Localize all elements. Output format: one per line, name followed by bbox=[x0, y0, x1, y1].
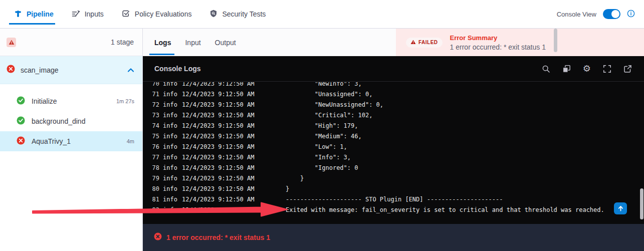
security-shield-icon bbox=[209, 10, 218, 19]
log-level: info bbox=[163, 173, 178, 184]
tab-policy-evaluations[interactable]: Policy Evaluations bbox=[122, 0, 192, 28]
step-duration: 4m bbox=[127, 138, 134, 144]
log-timestamp: 12/4/2023 9:12:50 AM bbox=[182, 131, 255, 142]
step-list: Initialize1m 27sbackground_dindAquaTrivy… bbox=[0, 84, 142, 151]
copy-icon[interactable] bbox=[562, 65, 571, 73]
log-line-number: 78 bbox=[150, 163, 159, 173]
chevron-up-icon[interactable] bbox=[127, 68, 134, 73]
log-line: 71info12/4/2023 9:12:50 AM "Unassigned":… bbox=[143, 89, 644, 100]
log-timestamp: 12/4/2023 9:12:50 AM bbox=[182, 184, 255, 194]
step-status-success-icon bbox=[17, 116, 25, 126]
console-toolbar: ⚙ bbox=[542, 65, 632, 73]
log-line-number: 77 bbox=[150, 152, 159, 163]
console-scrollbar-thumb[interactable] bbox=[640, 188, 643, 219]
log-level: info bbox=[163, 142, 178, 152]
log-line: 77info12/4/2023 9:12:50 AM "Info": 3, bbox=[143, 152, 644, 163]
log-timestamp: 12/4/2023 9:12:50 AM bbox=[182, 205, 255, 215]
log-timestamp: 12/4/2023 9:12:50 AM bbox=[182, 142, 255, 152]
search-icon[interactable] bbox=[542, 65, 550, 73]
tab-security-tests-label: Security Tests bbox=[222, 10, 266, 18]
step-name: background_dind bbox=[32, 117, 85, 125]
log-message: "Medium": 46, bbox=[286, 131, 362, 142]
log-level: info bbox=[163, 194, 178, 205]
tab-inputs[interactable]: Inputs bbox=[72, 0, 104, 28]
log-line-number: 81 bbox=[150, 194, 159, 205]
log-line-number: 74 bbox=[150, 121, 159, 131]
tab-security-tests[interactable]: Security Tests bbox=[209, 0, 266, 28]
console-log-lines[interactable]: 70info12/4/2023 9:12:50 AM "NewInfo": 3,… bbox=[143, 82, 644, 224]
console-view-toggle[interactable] bbox=[603, 9, 620, 19]
fullscreen-expand-icon[interactable] bbox=[603, 65, 611, 73]
log-level: info bbox=[163, 110, 178, 121]
log-timestamp: 12/4/2023 9:12:50 AM bbox=[182, 152, 255, 163]
console-title: Console Logs bbox=[154, 65, 201, 73]
log-message: "Info": 3, bbox=[286, 152, 351, 163]
policy-check-icon bbox=[122, 10, 130, 19]
log-line: 79info12/4/2023 9:12:50 AM } bbox=[143, 173, 644, 184]
log-message: "Unassigned": 0, bbox=[286, 89, 372, 100]
log-timestamp: 12/4/2023 9:12:50 AM bbox=[182, 82, 255, 89]
info-icon[interactable] bbox=[627, 10, 635, 19]
log-level: info bbox=[163, 152, 178, 163]
log-line: 76info12/4/2023 9:12:50 AM "Low": 1, bbox=[143, 142, 644, 152]
inputs-icon bbox=[72, 10, 80, 19]
step-duration: 1m 27s bbox=[116, 98, 134, 104]
stage-name: scan_image bbox=[21, 66, 59, 74]
error-summary-message: 1 error occurred: * exit status 1 bbox=[450, 43, 546, 51]
tab-input[interactable]: Input bbox=[185, 29, 200, 56]
log-timestamp: 12/4/2023 9:12:50 AM bbox=[182, 163, 255, 173]
log-message: "Low": 1, bbox=[286, 142, 347, 152]
log-line-number: 75 bbox=[150, 131, 159, 142]
stage-failed-icon bbox=[7, 65, 15, 75]
log-timestamp: 12/4/2023 9:12:50 AM bbox=[182, 110, 255, 121]
console-view-label: Console View bbox=[557, 11, 596, 18]
tab-logs[interactable]: Logs bbox=[154, 29, 171, 56]
log-level: info bbox=[163, 121, 178, 131]
tab-pipeline[interactable]: Pipeline bbox=[14, 0, 54, 28]
failed-warning-icon bbox=[410, 40, 416, 46]
sidebar-step-Initialize[interactable]: Initialize1m 27s bbox=[0, 91, 142, 111]
log-level: info bbox=[163, 89, 178, 100]
sidebar-step-AquaTrivy_1[interactable]: AquaTrivy_14m bbox=[0, 131, 142, 151]
log-line-number: 70 bbox=[150, 82, 159, 89]
log-line: 72info12/4/2023 9:12:50 AM "NewUnassigne… bbox=[143, 100, 644, 110]
log-level: info bbox=[163, 184, 178, 194]
log-line-number: 71 bbox=[150, 89, 159, 100]
failed-badge-label: FAILED bbox=[418, 40, 438, 45]
log-line: 74info12/4/2023 9:12:50 AM "High": 179, bbox=[143, 121, 644, 131]
log-level: info bbox=[163, 163, 178, 173]
log-line: 80info12/4/2023 9:12:50 AM} bbox=[143, 184, 644, 194]
console-logs-panel: Console Logs ⚙ 70info12/4/2023 9:12:50 A… bbox=[143, 56, 644, 224]
error-panel-scrollbar[interactable] bbox=[554, 29, 557, 52]
top-nav-tabs: Pipeline Inputs Policy Evaluations Secur… bbox=[0, 0, 266, 28]
log-timestamp: 12/4/2023 9:12:50 AM bbox=[182, 173, 255, 184]
stage-row-scan-image[interactable]: scan_image bbox=[0, 56, 142, 84]
tab-output[interactable]: Output bbox=[215, 29, 236, 56]
error-summary-title: Error Summary bbox=[450, 34, 546, 42]
settings-gear-icon[interactable]: ⚙ bbox=[583, 65, 591, 73]
log-message: "High": 179, bbox=[286, 121, 358, 131]
tab-pipeline-label: Pipeline bbox=[27, 10, 54, 18]
log-message: "NewInfo": 3, bbox=[286, 82, 362, 89]
scroll-to-top-button[interactable] bbox=[614, 202, 627, 214]
log-line: 73info12/4/2023 9:12:50 AM "Critical": 1… bbox=[143, 110, 644, 121]
sidebar-step-background_dind[interactable]: background_dind bbox=[0, 111, 142, 131]
log-level: info bbox=[163, 131, 178, 142]
top-nav: Pipeline Inputs Policy Evaluations Secur… bbox=[0, 0, 644, 29]
sidebar-header: 1 stage bbox=[0, 29, 142, 56]
log-line: 81info12/4/2023 9:12:50 AM--------------… bbox=[143, 194, 644, 205]
tab-input-label: Input bbox=[185, 39, 200, 47]
pipeline-icon bbox=[14, 10, 22, 19]
log-line-number: 80 bbox=[150, 184, 159, 194]
footer-error-icon bbox=[154, 232, 162, 242]
log-line: 70info12/4/2023 9:12:50 AM "NewInfo": 3, bbox=[143, 82, 644, 89]
log-timestamp: 12/4/2023 9:12:50 AM bbox=[182, 194, 255, 205]
log-line: 75info12/4/2023 9:12:50 AM "Medium": 46, bbox=[143, 131, 644, 142]
log-message: "Ignored": 0 bbox=[286, 163, 358, 173]
log-timestamp: 12/4/2023 9:12:50 AM bbox=[182, 121, 255, 131]
error-summary-panel: FAILED Error Summary 1 error occurred: *… bbox=[396, 29, 644, 56]
log-line-number: 79 bbox=[150, 173, 159, 184]
stage-count: 1 stage bbox=[111, 38, 134, 46]
log-line: 82info12/4/2023 9:12:50 AMExited with me… bbox=[143, 205, 644, 215]
open-in-new-icon[interactable] bbox=[623, 65, 632, 73]
